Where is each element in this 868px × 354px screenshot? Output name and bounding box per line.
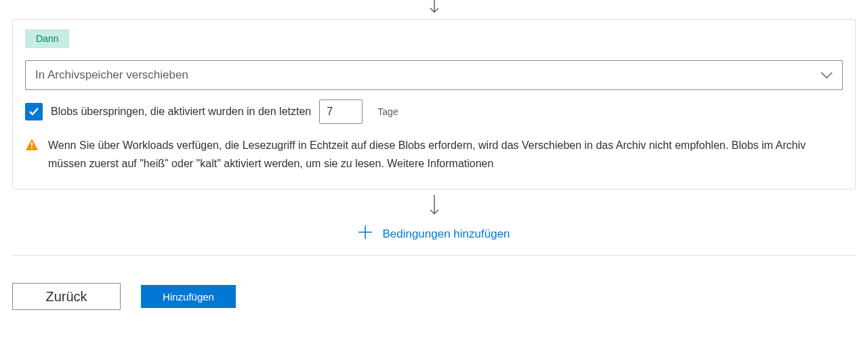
action-select[interactable]: In Archivspeicher verschieben	[25, 60, 843, 90]
days-suffix-label: Tage	[377, 106, 398, 117]
svg-rect-3	[31, 148, 33, 149]
add-conditions-label: Bedingungen hinzufügen	[382, 227, 510, 241]
add-button[interactable]: Hinzufügen	[141, 285, 236, 308]
archive-warning: Wenn Sie über Workloads verfügen, die Le…	[25, 136, 843, 173]
skip-blobs-label: Blobs überspringen, die aktiviert wurden…	[51, 106, 311, 118]
chevron-down-icon	[821, 68, 833, 82]
archive-warning-text: Wenn Sie über Workloads verfügen, die Le…	[48, 136, 843, 173]
plus-icon	[358, 225, 373, 243]
skip-blobs-row: Blobs überspringen, die aktiviert wurden…	[25, 99, 843, 124]
svg-rect-2	[31, 142, 33, 146]
skip-blobs-checkbox[interactable]	[25, 103, 43, 120]
add-conditions-button[interactable]: Bedingungen hinzufügen	[12, 221, 856, 255]
then-badge: Dann	[25, 29, 69, 48]
action-select-value: In Archivspeicher verschieben	[35, 68, 188, 82]
flow-arrow-top	[12, 0, 856, 19]
back-button[interactable]: Zurück	[12, 283, 121, 310]
flow-arrow-bottom	[12, 190, 856, 221]
section-divider	[12, 255, 856, 256]
then-block-card: Dann In Archivspeicher verschieben Blobs…	[12, 19, 856, 190]
check-icon	[28, 106, 39, 117]
skip-days-input[interactable]	[319, 99, 363, 124]
footer-actions: Zurück Hinzufügen	[12, 283, 856, 310]
warning-icon	[25, 138, 39, 154]
